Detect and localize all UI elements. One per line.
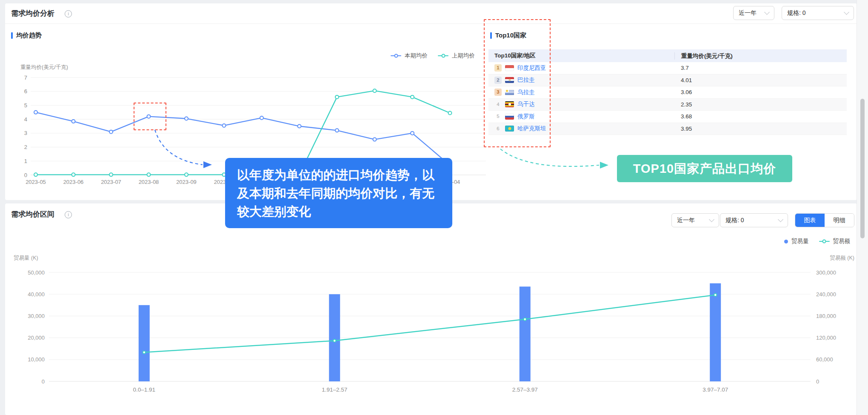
legend-current-label: 本期均价 xyxy=(405,52,428,60)
svg-text:2023-09: 2023-09 xyxy=(176,179,197,185)
svg-text:0.0–1.91: 0.0–1.91 xyxy=(133,386,155,393)
panel1-title: 需求均价分析 xyxy=(11,9,54,18)
svg-text:6: 6 xyxy=(24,88,27,94)
spec-select-panel1[interactable]: 规格: 0 xyxy=(782,6,854,20)
panel2-title: 需求均价区间 xyxy=(11,209,54,219)
panel1-header-divider xyxy=(5,23,857,24)
blue-dashed-arrow xyxy=(149,126,221,172)
avg-price-value: 4.01 xyxy=(674,77,847,83)
avg-price-value: 2.35 xyxy=(674,101,847,108)
view-toggle-detail-button[interactable]: 明细 xyxy=(825,214,854,227)
period-select-panel1[interactable]: 近一年 xyxy=(733,6,774,20)
svg-text:1: 1 xyxy=(24,158,27,164)
svg-text:2023-07: 2023-07 xyxy=(101,179,121,185)
legend-trade-volume[interactable]: 贸易量 xyxy=(784,238,809,245)
svg-text:贸易额 (K): 贸易额 (K) xyxy=(830,255,854,261)
spec-select-panel2[interactable]: 规格: 0 xyxy=(720,213,788,227)
svg-text:0: 0 xyxy=(42,378,45,385)
svg-text:2023-08: 2023-08 xyxy=(139,179,159,185)
trend-chart-legend: 本期均价 上期均价 xyxy=(391,52,475,60)
svg-text:1.91–2.57: 1.91–2.57 xyxy=(322,386,347,393)
spec-select-panel1-value: 规格: 0 xyxy=(787,9,806,17)
section-bar-icon xyxy=(11,32,13,39)
svg-text:2023-06: 2023-06 xyxy=(63,179,84,185)
view-toggle-chart-button[interactable]: 图表 xyxy=(795,214,825,227)
line-marker-icon xyxy=(391,55,401,57)
avg-price-value: 3.06 xyxy=(674,89,847,95)
legend-trade-amount[interactable]: 贸易额 xyxy=(819,238,851,245)
line-marker-icon xyxy=(438,55,448,57)
legend-previous-period[interactable]: 上期均价 xyxy=(438,52,475,60)
svg-text:重量均价(美元/千克): 重量均价(美元/千克) xyxy=(20,64,68,70)
svg-text:2023-05: 2023-05 xyxy=(26,179,46,185)
scrollbar-thumb[interactable] xyxy=(860,99,865,238)
svg-text:7: 7 xyxy=(24,74,27,81)
svg-text:120,000: 120,000 xyxy=(816,335,836,341)
chevron-down-icon xyxy=(709,217,714,222)
chevron-down-icon xyxy=(764,9,770,15)
highlight-box-top10 xyxy=(484,19,551,147)
period-select-panel2-value: 近一年 xyxy=(677,217,695,224)
teal-dashed-arrow xyxy=(494,145,622,175)
svg-text:2: 2 xyxy=(24,144,27,150)
svg-text:3: 3 xyxy=(24,130,27,136)
chevron-down-icon xyxy=(778,217,783,222)
legend-current-period[interactable]: 本期均价 xyxy=(391,52,428,60)
range-chart: 0010,00060,00020,000120,00030,000180,000… xyxy=(0,251,868,400)
avg-price-value: 3.7 xyxy=(674,65,847,71)
svg-text:10,000: 10,000 xyxy=(28,356,45,363)
avg-price-value: 3.68 xyxy=(674,113,847,120)
svg-text:0: 0 xyxy=(816,378,819,385)
section-trend-label: 均价趋势 xyxy=(16,31,42,40)
chevron-down-icon xyxy=(844,9,849,15)
info-icon[interactable]: i xyxy=(65,211,72,218)
avg-price-value: 3.95 xyxy=(674,126,847,132)
line-marker-icon xyxy=(819,241,830,242)
svg-text:贸易量 (K): 贸易量 (K) xyxy=(14,255,38,261)
svg-text:3.97–7.07: 3.97–7.07 xyxy=(702,386,728,393)
range-chart-legend: 贸易量 贸易额 xyxy=(784,238,850,245)
svg-text:300,000: 300,000 xyxy=(816,269,836,276)
svg-text:4: 4 xyxy=(24,116,27,123)
svg-text:2.57–3.97: 2.57–3.97 xyxy=(512,386,538,393)
column-avg-price: 重量均价(美元/千克) xyxy=(674,52,847,60)
spec-select-panel2-value: 规格: 0 xyxy=(725,217,744,224)
legend-volume-label: 贸易量 xyxy=(791,238,809,245)
info-icon[interactable]: i xyxy=(65,10,72,17)
svg-text:30,000: 30,000 xyxy=(28,313,45,319)
svg-text:180,000: 180,000 xyxy=(816,313,836,319)
svg-text:50,000: 50,000 xyxy=(28,269,45,276)
legend-amount-label: 贸易额 xyxy=(833,238,851,245)
period-select-panel2[interactable]: 近一年 xyxy=(671,213,719,227)
legend-previous-label: 上期均价 xyxy=(452,52,475,60)
section-trend: 均价趋势 xyxy=(11,31,42,40)
dot-marker-icon xyxy=(784,240,788,243)
svg-text:240,000: 240,000 xyxy=(816,291,836,298)
svg-text:0: 0 xyxy=(24,172,27,178)
period-select-panel1-value: 近一年 xyxy=(739,9,757,17)
svg-text:20,000: 20,000 xyxy=(28,335,45,341)
svg-text:60,000: 60,000 xyxy=(816,356,833,363)
svg-text:40,000: 40,000 xyxy=(28,291,45,298)
annotation-callout: TOP10国家产品出口均价 xyxy=(617,155,792,182)
scrollbar-track[interactable] xyxy=(857,0,868,415)
svg-text:5: 5 xyxy=(24,102,27,109)
annotation-note-box: 以年度为单位的的进口均价趋势，以及本期和去年同期的均价对比，有无较大差别变化 xyxy=(225,158,452,228)
view-toggle: 图表 明细 xyxy=(795,213,854,227)
